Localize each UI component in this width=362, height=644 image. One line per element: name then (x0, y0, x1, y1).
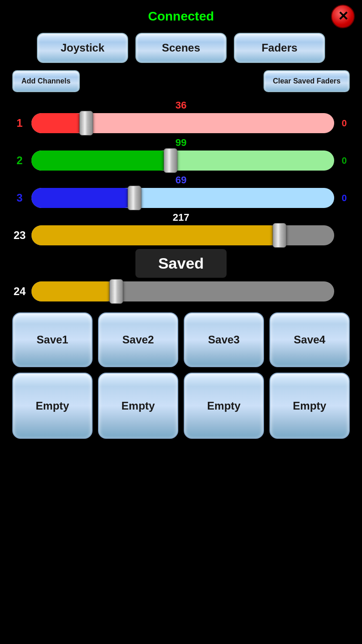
fader-group-2: 99 2 0 (12, 137, 350, 171)
fader-2-channel: 2 (12, 154, 27, 167)
fader-24-row: 24 (12, 281, 350, 301)
fader-1-row: 1 0 (12, 113, 350, 133)
saved-tooltip: Saved (135, 249, 227, 278)
empty3-button[interactable]: Empty (184, 373, 264, 439)
close-button[interactable]: ✕ (331, 5, 355, 28)
scenes-button[interactable]: Scenes (135, 33, 227, 63)
save-buttons-grid: Save1 Save2 Save3 Save4 (12, 312, 350, 367)
empty2-button[interactable]: Empty (98, 373, 178, 439)
empty-buttons-grid: Empty Empty Empty Empty (12, 373, 350, 439)
nav-row: Joystick Scenes Faders (37, 33, 325, 63)
faders-area: 36 1 0 99 2 0 69 (12, 99, 350, 305)
action-row: Add Channels Clear Saved Faders (12, 70, 350, 92)
fader-1-value: 36 (12, 99, 350, 111)
save4-button[interactable]: Save4 (269, 312, 350, 367)
fader-23-track[interactable] (31, 225, 334, 245)
fader-24-track[interactable] (31, 281, 334, 301)
fader-3-channel: 3 (12, 192, 27, 204)
fader-3-zero: 0 (339, 193, 350, 203)
fader-1-track[interactable] (31, 113, 334, 133)
fader-23-channel: 23 (12, 229, 27, 242)
fader-2-value: 99 (12, 137, 350, 149)
fader-2-track[interactable] (31, 151, 334, 171)
save1-button[interactable]: Save1 (12, 312, 93, 367)
fader-3-track[interactable] (31, 188, 334, 208)
fader-group-24: 24 (12, 281, 350, 301)
fader-1-channel: 1 (12, 117, 27, 130)
main-page: Connected ✕ Joystick Scenes Faders Add C… (0, 0, 362, 644)
connection-status: Connected (148, 9, 214, 24)
fader-23-row: 23 (12, 225, 350, 245)
close-icon: ✕ (338, 10, 348, 23)
fader-3-row: 3 0 (12, 188, 350, 208)
fader-group-23: 217 23 (12, 212, 350, 245)
fader-group-3: 69 3 0 (12, 174, 350, 208)
clear-saved-faders-button[interactable]: Clear Saved Faders (264, 70, 350, 92)
fader-2-zero: 0 (339, 156, 350, 166)
fader-group-1: 36 1 0 (12, 99, 350, 133)
save2-button[interactable]: Save2 (98, 312, 178, 367)
fader-1-zero: 0 (339, 118, 350, 129)
fader-23-value: 217 (12, 212, 350, 223)
header: Connected ✕ (0, 5, 362, 28)
fader-24-channel: 24 (12, 285, 27, 298)
joystick-button[interactable]: Joystick (37, 33, 128, 63)
add-channels-button[interactable]: Add Channels (12, 70, 80, 92)
fader-3-value: 69 (12, 174, 350, 186)
empty1-button[interactable]: Empty (12, 373, 93, 439)
faders-button[interactable]: Faders (234, 33, 325, 63)
save3-button[interactable]: Save3 (184, 312, 264, 367)
empty4-button[interactable]: Empty (269, 373, 350, 439)
fader-2-row: 2 0 (12, 151, 350, 171)
